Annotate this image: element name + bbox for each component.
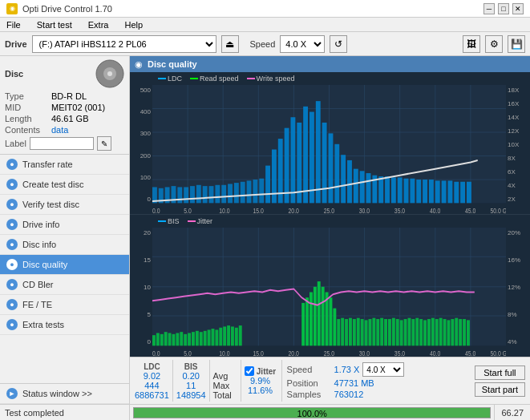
progress-bar-bg: 100.0% [133, 407, 491, 418]
avg-label: Avg [213, 371, 229, 381]
sidebar-item-verify-test-disc[interactable]: ● Verify test disc [0, 195, 129, 215]
statusbar: Test completed 100.0% 66.27 [0, 404, 530, 420]
jitter-checkbox[interactable] [245, 366, 254, 376]
svg-rect-148 [427, 319, 431, 346]
y2-20: 20 [130, 229, 151, 236]
disc-info-icon: ● [6, 239, 18, 250]
eject-button[interactable]: ⏏ [221, 35, 239, 53]
speed-final: 66.27 [494, 405, 530, 420]
svg-rect-30 [234, 183, 239, 203]
svg-rect-123 [330, 297, 333, 345]
menu-help[interactable]: Help [123, 20, 144, 30]
max-label: Max [213, 381, 230, 390]
samples-key: Samples [287, 390, 331, 399]
content-area: ◉ Disc quality LDC Read speed [130, 56, 530, 404]
toolbar-btn2[interactable]: ⚙ [485, 35, 503, 53]
svg-rect-120 [318, 281, 321, 345]
create-test-disc-icon: ● [6, 179, 18, 190]
drive-select[interactable]: (F:) ATAPI iHBS112 2 PL06 [32, 35, 216, 53]
svg-rect-94 [156, 333, 160, 345]
disc-panel: Disc Type BD-R DL MID MEIT02 (001) Lengt… [0, 56, 129, 155]
svg-text:10.0: 10.0 [219, 207, 230, 214]
svg-rect-93 [152, 335, 156, 345]
chart2-y-axis-right: 20% 16% 12% 8% 4% [506, 228, 530, 357]
svg-text:40.0: 40.0 [430, 207, 441, 214]
length-val: 46.61 GB [51, 114, 88, 123]
sidebar-item-create-test-disc[interactable]: ● Create test disc [0, 175, 129, 195]
sidebar-item-drive-info[interactable]: ● Drive info [0, 215, 129, 235]
svg-rect-146 [419, 319, 423, 346]
mid-key: MID [5, 103, 51, 112]
svg-rect-56 [398, 177, 403, 203]
status-text: Test completed [0, 405, 130, 420]
svg-rect-141 [400, 320, 403, 345]
svg-rect-156 [459, 319, 462, 346]
sidebar-item-cd-bler[interactable]: ● CD Bler [0, 275, 129, 295]
svg-rect-116 [301, 303, 305, 346]
svg-rect-138 [388, 319, 391, 346]
label-edit-button[interactable]: ✎ [97, 136, 111, 151]
maximize-button[interactable]: □ [498, 3, 509, 14]
speed-select[interactable]: 4.0 X 2.0 X 8.0 X [280, 35, 325, 53]
legend-bis-label: BIS [168, 217, 180, 225]
yr1-4x: 4X [508, 182, 530, 189]
status-window-icon: ► [6, 388, 18, 399]
stats-row-labels: Avg Max Total [213, 362, 237, 400]
svg-rect-104 [196, 331, 199, 346]
svg-text:15.0: 15.0 [253, 207, 264, 214]
sidebar-item-disc-info[interactable]: ● Disc info [0, 235, 129, 255]
sidebar-item-fe-te[interactable]: ● FE / TE [0, 295, 129, 315]
chart2-y-axis-left: 20 15 10 5 0 [130, 228, 152, 357]
status-window-button[interactable]: ► Status window >> [0, 384, 129, 404]
legend-bis-color [158, 220, 166, 222]
svg-text:25.0: 25.0 [324, 349, 335, 357]
svg-text:40.0: 40.0 [430, 349, 441, 357]
y1-400: 400 [130, 108, 151, 115]
svg-rect-28 [221, 185, 226, 204]
svg-rect-102 [188, 333, 191, 345]
jitter-header: Jitter [257, 367, 276, 376]
disc-quality-label: Disc quality [22, 260, 67, 269]
svg-rect-35 [265, 166, 270, 204]
menu-start-test[interactable]: Start test [35, 20, 74, 30]
svg-rect-106 [204, 331, 207, 346]
avg-ldc: 9.02 [144, 371, 160, 381]
svg-rect-57 [404, 179, 409, 204]
y1-0: 0 [130, 196, 151, 203]
toolbar-btn3[interactable]: 💾 [508, 35, 525, 53]
svg-rect-127 [345, 319, 348, 346]
speed-label: Speed [250, 39, 276, 49]
start-part-button[interactable]: Start part [475, 382, 525, 397]
svg-rect-126 [341, 318, 344, 346]
legend-write-color [247, 78, 255, 79]
minimize-button[interactable]: ─ [483, 3, 495, 14]
stats-ldc-col: LDC 9.02 444 6886731 [135, 362, 169, 400]
close-button[interactable]: ✕ [512, 3, 524, 14]
stats-bis-col: BIS 0.20 11 148954 [176, 362, 206, 400]
svg-rect-38 [285, 128, 289, 204]
menu-file[interactable]: File [5, 20, 22, 30]
svg-rect-97 [168, 333, 172, 345]
svg-rect-45 [329, 133, 334, 203]
titlebar-controls[interactable]: ─ □ ✕ [483, 3, 524, 14]
status-window-label: Status window >> [22, 389, 92, 398]
toolbar-btn1[interactable]: 🖽 [463, 35, 480, 53]
svg-rect-155 [455, 318, 458, 346]
svg-rect-139 [392, 318, 395, 346]
svg-text:10.0: 10.0 [219, 349, 230, 357]
start-full-button[interactable]: Start full [475, 365, 525, 380]
svg-rect-144 [411, 319, 415, 346]
sidebar-item-disc-quality[interactable]: ● Disc quality [0, 255, 129, 275]
svg-rect-136 [380, 318, 383, 346]
speed-select-stats[interactable]: 4.0 X [362, 362, 404, 377]
sidebar-item-extra-tests[interactable]: ● Extra tests [0, 315, 129, 335]
svg-rect-118 [310, 293, 313, 346]
main-area: Disc Type BD-R DL MID MEIT02 (001) Lengt… [0, 56, 530, 404]
sidebar-item-transfer-rate[interactable]: ● Transfer rate [0, 155, 129, 175]
menu-extra[interactable]: Extra [87, 20, 111, 30]
svg-rect-151 [439, 318, 443, 346]
label-input[interactable] [30, 137, 94, 150]
refresh-button[interactable]: ↺ [330, 35, 347, 53]
disc-section-title: Disc [5, 69, 23, 79]
legend-read-label: Read speed [200, 75, 239, 83]
